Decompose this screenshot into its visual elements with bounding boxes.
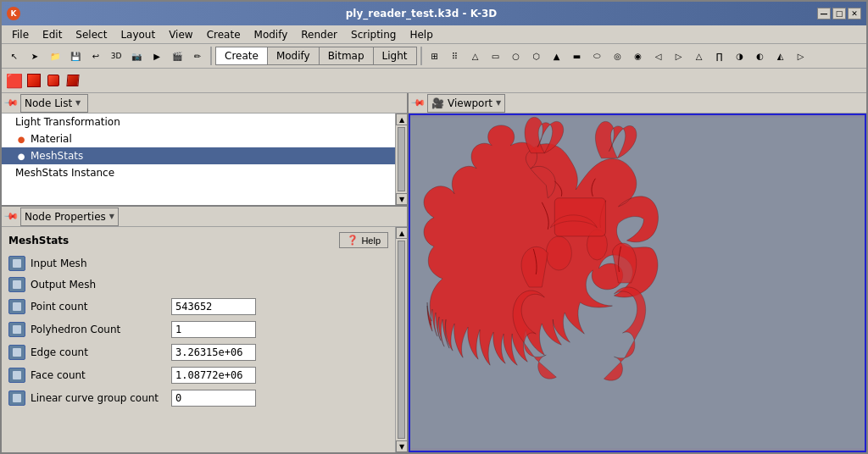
shape-grid[interactable]: ⊞ [426,47,444,65]
help-icon: ❓ [347,235,359,246]
node-item-meshstats[interactable]: ● MeshStats [2,147,395,164]
prop-input-edge-count[interactable] [171,344,256,361]
node-list-selector[interactable]: Node List ▼ [20,94,88,113]
shape-ring[interactable]: ◎ [609,47,627,65]
svg-point-1 [546,236,571,270]
node-list-arrow: ▼ [75,99,81,107]
right-panel: 📌 🎥 Viewport ▼ [409,93,866,452]
shape-dots[interactable]: ⠿ [446,47,465,65]
node-list-label: Node List [25,97,72,109]
prop-icon-output-mesh [8,277,25,292]
maximize-button[interactable]: □ [832,8,846,19]
shape-custom5[interactable]: ◭ [771,47,790,65]
tool-undo[interactable]: ↩ [86,47,105,65]
prop-input-face-count[interactable] [171,367,256,384]
tab-modify[interactable]: Modify [268,47,320,64]
shape-custom4[interactable]: ◐ [751,47,770,65]
shape-d1[interactable]: ◁ [649,47,668,65]
shape-custom2[interactable]: ∏ [710,47,729,65]
menu-modify[interactable]: Modify [248,27,295,42]
prop-value-output-mesh [171,283,185,286]
node-item-light-transform[interactable]: Light Transformation [2,114,395,130]
node-icon-material: ● [15,133,27,145]
prop-label-curve-count: Linear curve group count [31,392,166,404]
cube-icon-2[interactable] [25,71,43,90]
menubar: File Edit Select Layout View Create Modi… [2,25,866,44]
prop-row-polyhedron-count: Polyhedron Count [5,318,392,340]
tool-edit[interactable]: ✏ [188,47,207,65]
shape-ellipse[interactable]: ⬭ [588,47,607,65]
menu-create[interactable]: Create [200,27,248,42]
props-pin-icon: 📌 [3,208,19,224]
props-scroll-up[interactable]: ▲ [396,227,407,239]
meshstats-section-title: MeshStats ❓ Help [5,230,392,250]
shape-rect[interactable]: ▭ [487,47,505,65]
tool-save[interactable]: 💾 [66,47,85,65]
node-item-meshstats-instance[interactable]: MeshStats Instance [2,164,395,181]
prop-label-output-mesh: Output Mesh [31,279,166,291]
shape-custom3[interactable]: ◑ [731,47,749,65]
shape-tri2[interactable]: ▲ [548,47,566,65]
minimize-button[interactable]: — [817,8,831,19]
menu-scripting[interactable]: Scripting [344,27,403,42]
shape-sphere[interactable]: ◉ [629,47,648,65]
toolbar-row2: 🟥 [2,69,866,93]
tool-move[interactable]: ➤ [25,47,44,65]
shape-tri[interactable]: △ [466,47,485,65]
help-button[interactable]: ❓ Help [339,232,388,248]
shape-slab[interactable]: ▬ [568,47,587,65]
app-icon: K [7,7,20,20]
cube-icon-3[interactable] [44,71,63,90]
menu-help[interactable]: Help [403,27,439,42]
tool-3d[interactable]: 3D [107,47,125,65]
shape-hex[interactable]: ⬡ [527,47,546,65]
node-props-header: 📌 Node Properties ▼ [2,207,407,227]
tab-create[interactable]: Create [216,47,268,64]
menu-edit[interactable]: Edit [36,27,69,42]
titlebar: K ply_reader_test.k3d - K-3D — □ ✕ [2,2,866,25]
shape-custom6[interactable]: ▷ [792,47,810,65]
prop-value-input-mesh [171,262,185,265]
shape-custom1[interactable]: △ [690,47,709,65]
prop-input-polyhedron-count[interactable] [171,321,256,338]
prop-row-edge-count: Edge count [5,341,392,363]
shape-circle[interactable]: ○ [507,47,526,65]
prop-row-face-count: Face count [5,364,392,386]
prop-input-curve-count[interactable] [171,390,256,407]
menu-file[interactable]: File [5,27,36,42]
menu-layout[interactable]: Layout [114,27,162,42]
menu-view[interactable]: View [162,27,199,42]
left-panel: 📌 Node List ▼ Light Transformation ● Mat… [2,93,409,452]
node-tree: Light Transformation ● Material ● MeshSt… [2,114,395,205]
props-scroll-down[interactable]: ▼ [396,440,407,452]
menu-render[interactable]: Render [294,27,344,42]
cube-icon-1[interactable]: 🟥 [5,71,24,90]
prop-label-edge-count: Edge count [31,346,166,358]
viewport-canvas[interactable] [409,114,866,452]
shape-d2[interactable]: ▷ [670,47,688,65]
mode-tabs: Create Modify Bitmap Light [215,47,417,65]
node-scroll-down[interactable]: ▼ [396,193,407,205]
close-button[interactable]: ✕ [848,8,861,19]
node-icon-meshstats: ● [15,150,27,162]
prop-icon-point-count [8,299,25,314]
tool-cam[interactable]: 📷 [127,47,146,65]
tool-open[interactable]: 📁 [46,47,64,65]
tab-bitmap[interactable]: Bitmap [320,47,374,64]
prop-input-point-count[interactable] [171,298,256,315]
viewport-camera-icon: 🎥 [431,97,444,109]
node-item-material[interactable]: ● Material [2,130,395,147]
menu-select[interactable]: Select [69,27,114,42]
viewport-pin-icon: 📌 [409,95,426,111]
tool-anim[interactable]: ▶ [147,47,166,65]
cube-icon-4[interactable] [64,71,82,90]
prop-icon-polyhedron-count [8,322,25,337]
node-props-selector[interactable]: Node Properties ▼ [20,208,119,226]
tool-select[interactable]: ↖ [5,47,24,65]
node-scroll-up[interactable]: ▲ [396,114,407,125]
tool-render[interactable]: 🎬 [168,47,186,65]
main-window: K ply_reader_test.k3d - K-3D — □ ✕ File … [0,0,868,454]
toolbar-row1: ↖ ➤ 📁 💾 ↩ 3D 📷 ▶ 🎬 ✏ Create Modify Bitma… [2,44,866,69]
tab-light[interactable]: Light [374,47,416,64]
viewport-selector[interactable]: 🎥 Viewport ▼ [427,94,505,113]
